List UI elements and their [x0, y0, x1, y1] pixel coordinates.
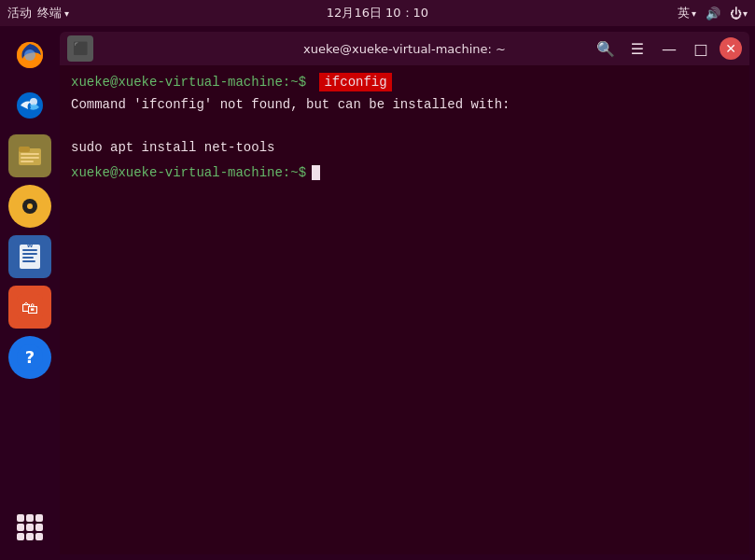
command-ifconfig: ifconfig — [319, 73, 391, 91]
prompt-1: xueke@xueke-virtual-machine:~$ — [71, 75, 306, 90]
files-icon — [13, 139, 47, 173]
svg-rect-19 — [22, 253, 37, 255]
dock-icon-thunderbird[interactable] — [8, 84, 51, 127]
menu-button[interactable]: ☰ — [624, 35, 650, 62]
svg-text:W: W — [27, 242, 34, 248]
terminal-text: 终端 — [37, 5, 62, 21]
system-topbar: 活动 终端 ▾ 12月16日 10：10 英 ▾ 🔊 ⏻ ▾ — [0, 0, 755, 26]
command-space-1 — [312, 75, 319, 90]
search-button[interactable]: 🔍 — [593, 35, 619, 62]
terminal-title: xueke@xueke-virtual-machine: ~ — [303, 42, 506, 56]
svg-text:🛍: 🛍 — [21, 298, 38, 317]
power-button[interactable]: ⏻ ▾ — [730, 7, 748, 21]
svg-rect-6 — [21, 153, 39, 155]
svg-rect-18 — [22, 249, 37, 251]
output-line-3: sudo apt install net-tools — [71, 138, 738, 158]
output-line-2 — [71, 117, 738, 136]
language-label: 英 — [678, 5, 690, 21]
datetime-display: 12月16日 10：10 — [327, 5, 428, 21]
volume-icon[interactable]: 🔊 — [706, 7, 720, 21]
output-line-1: Command 'ifconfig' not found, but can be… — [71, 95, 738, 115]
prompt-2: xueke@xueke-virtual-machine:~$ — [71, 165, 306, 180]
titlebar-controls: 🔍 ☰ — □ ✕ — [593, 35, 742, 62]
svg-rect-8 — [21, 161, 34, 162]
firefox-icon — [11, 36, 49, 74]
dock-icon-writer[interactable]: W — [8, 235, 51, 278]
minimize-button[interactable]: — — [656, 35, 682, 62]
grid-icon — [17, 514, 43, 540]
dock-icon-help[interactable]: ? — [8, 336, 51, 379]
terminal-icon-glyph: ⬛ — [73, 41, 89, 56]
dock-icon-files[interactable] — [8, 134, 51, 177]
terminal-label[interactable]: 终端 ▾ — [37, 5, 69, 21]
svg-rect-5 — [19, 147, 30, 152]
svg-rect-20 — [22, 257, 34, 259]
hamburger-icon: ☰ — [631, 40, 644, 58]
prompt-line-2: xueke@xueke-virtual-machine:~$ — [71, 165, 738, 180]
dock-show-applications[interactable] — [8, 506, 51, 549]
dock-icon-rhythmbox[interactable] — [8, 185, 51, 228]
maximize-icon: □ — [693, 40, 707, 58]
dock-icon-firefox[interactable] — [8, 34, 51, 77]
maximize-button[interactable]: □ — [688, 35, 714, 62]
svg-rect-7 — [21, 157, 39, 159]
language-selector[interactable]: 英 ▾ — [678, 5, 696, 21]
svg-point-11 — [27, 203, 33, 209]
power-arrow: ▾ — [743, 8, 748, 19]
minimize-icon: — — [662, 40, 677, 58]
help-icon: ? — [13, 341, 47, 374]
svg-point-1 — [24, 49, 35, 61]
thunderbird-icon — [11, 87, 49, 124]
language-arrow: ▾ — [692, 8, 696, 19]
dock-icon-appstore[interactable]: 🛍 — [8, 286, 51, 329]
close-button[interactable]: ✕ — [720, 37, 742, 60]
main-area: W 🛍 ? — [0, 26, 755, 560]
application-dock: W 🛍 ? — [0, 26, 60, 560]
activities-button[interactable]: 活动 — [7, 5, 32, 21]
terminal-window-icon: ⬛ — [67, 35, 93, 62]
search-icon: 🔍 — [596, 40, 615, 58]
terminal-body[interactable]: xueke@xueke-virtual-machine:~$ ifconfig … — [60, 65, 749, 554]
terminal-titlebar: ⬛ xueke@xueke-virtual-machine: ~ 🔍 ☰ — □ — [60, 32, 749, 65]
terminal-cursor — [312, 165, 320, 180]
power-icon: ⏻ — [730, 7, 742, 21]
svg-rect-21 — [22, 260, 35, 262]
terminal-dropdown-arrow: ▾ — [64, 8, 69, 19]
close-icon: ✕ — [725, 41, 736, 56]
rhythmbox-icon — [15, 191, 45, 221]
appstore-icon: 🛍 — [13, 290, 47, 324]
terminal-window: ⬛ xueke@xueke-virtual-machine: ~ 🔍 ☰ — □ — [60, 32, 749, 554]
svg-text:?: ? — [25, 347, 35, 367]
prompt-line-1: xueke@xueke-virtual-machine:~$ ifconfig — [71, 73, 738, 91]
titlebar-left: ⬛ — [67, 35, 93, 62]
writer-icon: W — [13, 240, 47, 273]
